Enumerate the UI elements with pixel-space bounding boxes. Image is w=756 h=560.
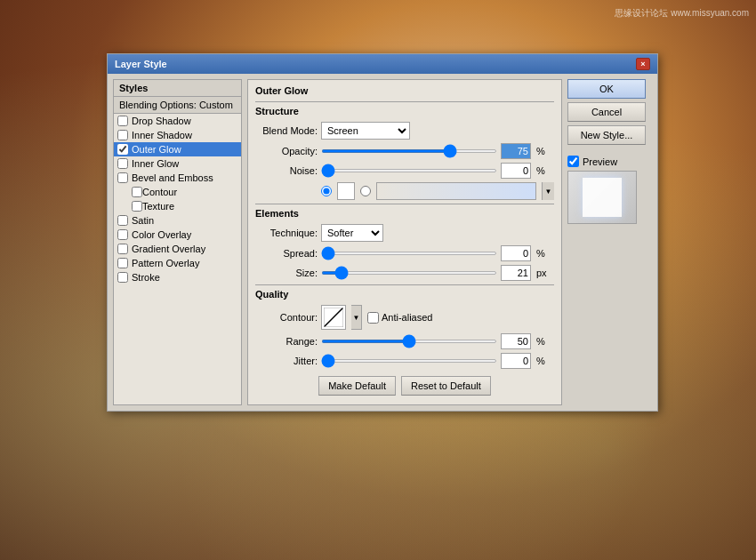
main-content: Outer Glow Structure Blend Mode: Screen …: [247, 79, 562, 405]
contour-label: Contour:: [255, 312, 318, 323]
close-button[interactable]: ×: [636, 58, 650, 70]
stroke-checkbox[interactable]: [117, 272, 128, 283]
anti-aliased-checkbox[interactable]: [367, 312, 379, 324]
style-item-outer-glow[interactable]: Outer Glow: [114, 142, 241, 156]
contour-control-row: ▼ Anti-aliased: [321, 305, 432, 330]
preview-label: Preview: [583, 156, 617, 167]
structure-title: Structure: [255, 101, 554, 116]
style-item-inner-glow[interactable]: Inner Glow: [114, 156, 241, 171]
style-item-color-overlay[interactable]: Color Overlay: [114, 228, 241, 242]
opacity-unit: %: [536, 146, 554, 156]
opacity-label: Opacity:: [255, 146, 318, 156]
contour-dropdown-arrow[interactable]: ▼: [351, 305, 362, 330]
preview-inner: [583, 178, 622, 217]
outer-glow-section: Outer Glow Structure Blend Mode: Screen …: [247, 79, 562, 405]
size-slider-container: [321, 271, 497, 275]
opacity-slider-container: [321, 149, 497, 153]
spread-label: Spread:: [255, 248, 318, 259]
size-row: Size: px: [255, 265, 554, 281]
style-item-drop-shadow[interactable]: Drop Shadow: [114, 114, 241, 128]
blend-mode-select[interactable]: Screen Normal Overlay Multiply: [321, 122, 410, 140]
style-item-contour[interactable]: Contour: [114, 185, 241, 199]
style-item-bevel-emboss[interactable]: Bevel and Emboss: [114, 171, 241, 185]
inner-glow-checkbox[interactable]: [117, 158, 128, 169]
jitter-slider[interactable]: [321, 359, 497, 363]
bevel-emboss-checkbox[interactable]: [117, 172, 128, 183]
inner-glow-label: Inner Glow: [132, 158, 179, 169]
make-default-button[interactable]: Make Default: [318, 376, 396, 396]
right-panel: OK Cancel New Style... Preview: [567, 79, 652, 405]
opacity-input[interactable]: [501, 143, 531, 159]
size-label: Size:: [255, 268, 318, 278]
color-row: ▼: [255, 182, 554, 200]
opacity-slider[interactable]: [321, 149, 497, 153]
noise-label: Noise:: [255, 165, 318, 176]
technique-label: Technique:: [255, 228, 318, 238]
technique-select[interactable]: Softer Precise: [321, 224, 383, 242]
gradient-picker[interactable]: [376, 182, 536, 200]
satin-label: Satin: [132, 215, 154, 226]
stroke-label: Stroke: [132, 272, 160, 283]
styles-header: Styles: [114, 80, 241, 97]
spread-slider[interactable]: [321, 252, 497, 255]
jitter-input[interactable]: [501, 353, 531, 369]
inner-shadow-checkbox[interactable]: [117, 130, 128, 140]
outer-glow-title: Outer Glow: [255, 85, 554, 96]
gradient-radio[interactable]: [360, 186, 371, 196]
cancel-button[interactable]: Cancel: [567, 102, 646, 122]
elements-title: Elements: [255, 204, 554, 219]
style-item-texture[interactable]: Texture: [114, 199, 241, 213]
dialog-title: Layer Style: [115, 59, 167, 69]
size-slider[interactable]: [321, 271, 497, 275]
bevel-emboss-label: Bevel and Emboss: [132, 172, 213, 183]
blending-options-item[interactable]: Blending Options: Custom: [114, 97, 241, 114]
contour-checkbox[interactable]: [132, 187, 142, 197]
quality-title: Quality: [255, 284, 554, 300]
layer-style-dialog: Layer Style × Styles Blending Options: C…: [107, 53, 658, 412]
noise-slider[interactable]: [321, 169, 497, 172]
gradient-arrow[interactable]: ▼: [542, 182, 554, 200]
contour-button[interactable]: [321, 305, 346, 330]
preview-checkbox-row: Preview: [567, 156, 652, 167]
new-style-button[interactable]: New Style...: [567, 125, 646, 145]
jitter-slider-container: [321, 359, 497, 363]
range-row: Range: %: [255, 333, 554, 349]
drop-shadow-checkbox[interactable]: [117, 116, 128, 126]
range-slider[interactable]: [321, 340, 497, 343]
style-item-pattern-overlay[interactable]: Pattern Overlay: [114, 256, 241, 270]
dialog-body: Styles Blending Options: Custom Drop Sha…: [108, 74, 657, 411]
color-overlay-checkbox[interactable]: [117, 229, 128, 240]
style-item-satin[interactable]: Satin: [114, 213, 241, 228]
preview-checkbox[interactable]: [567, 156, 579, 167]
noise-input[interactable]: [501, 163, 531, 179]
range-unit: %: [536, 336, 554, 347]
outer-glow-checkbox[interactable]: [117, 144, 128, 155]
range-slider-container: [321, 340, 497, 343]
reset-to-default-button[interactable]: Reset to Default: [401, 376, 491, 396]
color-overlay-label: Color Overlay: [132, 229, 191, 240]
gradient-overlay-checkbox[interactable]: [117, 244, 128, 254]
ok-button[interactable]: OK: [567, 79, 646, 99]
noise-slider-container: [321, 169, 497, 172]
style-item-gradient-overlay[interactable]: Gradient Overlay: [114, 242, 241, 256]
style-item-stroke[interactable]: Stroke: [114, 270, 241, 284]
size-input[interactable]: [501, 265, 531, 281]
preview-section: Preview: [567, 156, 652, 224]
jitter-label: Jitter:: [255, 356, 318, 366]
contour-row: Contour: ▼ Anti-aliased: [255, 305, 554, 330]
spread-unit: %: [536, 248, 554, 259]
pattern-overlay-checkbox[interactable]: [117, 258, 128, 268]
spread-row: Spread: %: [255, 245, 554, 261]
satin-checkbox[interactable]: [117, 215, 128, 226]
noise-row: Noise: %: [255, 163, 554, 179]
range-input[interactable]: [501, 333, 531, 349]
spread-input[interactable]: [501, 245, 531, 261]
style-item-inner-shadow[interactable]: Inner Shadow: [114, 128, 241, 142]
solid-color-radio[interactable]: [321, 186, 332, 196]
gradient-overlay-label: Gradient Overlay: [132, 244, 205, 254]
watermark: 思缘设计论坛 www.missyuan.com: [615, 7, 749, 20]
preview-box: [567, 171, 637, 224]
color-swatch[interactable]: [337, 182, 355, 200]
range-label: Range:: [255, 336, 318, 347]
texture-checkbox[interactable]: [132, 201, 142, 212]
